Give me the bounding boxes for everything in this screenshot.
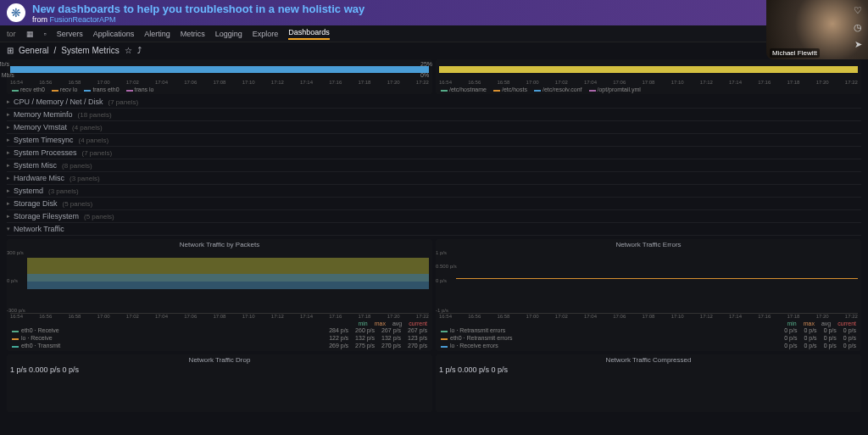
heart-icon[interactable]: ♡ [851,3,865,17]
crumb-page[interactable]: System Metrics [61,46,119,55]
chart-drop: Network Traffic Drop 1 p/s 0.000 p/s 0 p… [7,354,432,412]
section-row[interactable]: ▸Systemd(3 panels) [7,185,861,198]
crumb-folder[interactable]: General [19,46,49,55]
section-row[interactable]: ▸Storage Filesystem(5 panels) [7,210,861,223]
banner-subtitle: from FusionReactorAPM [32,15,364,24]
section-row[interactable]: ▸System Timesync(4 panels) [7,134,861,147]
section-row[interactable]: ▸Storage Disk(5 panels) [7,198,861,210]
nav-alerting[interactable]: Alerting [144,30,170,38]
nav-brand: tor [7,30,16,38]
chart-compressed: Network Traffic Compressed 1 p/s 0.000 p… [436,354,861,412]
send-icon[interactable]: ➤ [851,37,865,51]
calendar-icon[interactable]: ▦ [26,30,34,38]
star-icon[interactable]: ☆ [125,46,132,55]
clock-icon[interactable]: ◷ [851,20,865,34]
nav-dashboards[interactable]: Dashboards [288,28,330,40]
banner-title[interactable]: New dashboards to help you troubleshoot … [32,3,364,15]
chart-errors: Network Traffic Errors 1 p/s 0.500 p/s 0… [436,239,861,351]
webcam-overlay: Michael Flewitt ♡ ◷ ➤ [766,0,868,59]
nav-applications[interactable]: Applications [93,30,135,38]
section-row[interactable]: ▸Memory Meminfo(18 panels) [7,109,861,121]
section-row[interactable]: ▸System Misc(8 panels) [7,159,861,172]
section-row[interactable]: ▸Hardware Misc(3 panels) [7,172,861,185]
main-nav: tor ▦ ▫ Servers Applications Alerting Me… [0,25,868,42]
section-row[interactable]: ▸System Processes(7 panels) [7,147,861,159]
breadcrumb-bar: ⊞ General / System Metrics ☆ ⤴ ⫽ ⊞ ⚙ ⊙ L… [0,42,868,58]
nav-explore[interactable]: Explore [253,30,279,38]
chart-packets: Network Traffic by Packets 300 p/s 0 p/s… [7,239,432,351]
nav-metrics[interactable]: Metrics [181,30,205,38]
section-row[interactable]: ▸CPU / Memory / Net / Disk(7 panels) [7,96,861,109]
section-row[interactable]: ▸Memory Vmstat(4 panels) [7,121,861,134]
nav-servers[interactable]: Servers [57,30,83,38]
panel-icon[interactable]: ⊞ [7,46,14,55]
top-panel-left: 1 Mb/s1.5 Mb/s 16:5416:5616:5817:0017:02… [7,59,432,94]
top-banner: ❋ New dashboards to help you troubleshoo… [0,0,868,25]
box-icon[interactable]: ▫ [44,30,47,38]
presenter-name: Michael Flewitt [770,48,820,58]
logo-icon: ❋ [7,3,25,22]
author-link[interactable]: FusionReactorAPM [50,15,116,24]
share-icon[interactable]: ⤴ [137,46,142,55]
section-row[interactable]: ▾Network Traffic [7,223,861,236]
nav-logging[interactable]: Logging [215,30,242,38]
top-panel-right: 25%0% 16:5416:5616:5817:0017:0217:0417:0… [436,59,861,94]
